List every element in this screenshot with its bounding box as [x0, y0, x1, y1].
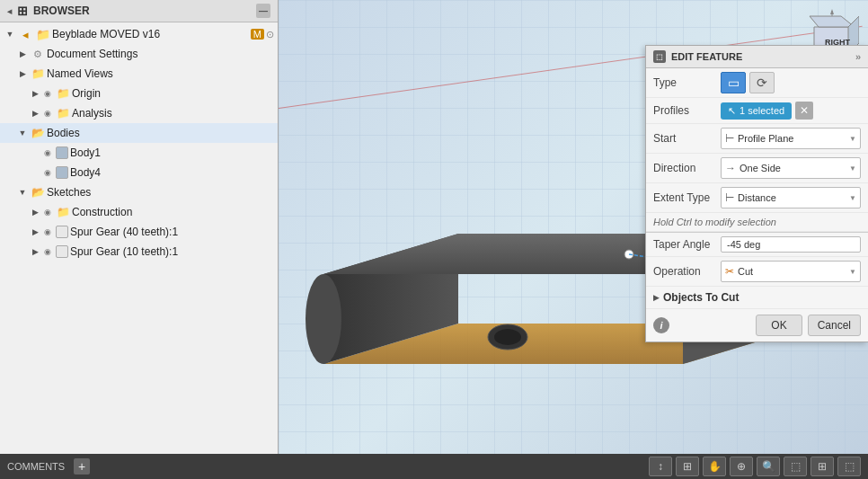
tree-item-origin[interactable]: 📁 Origin	[0, 84, 278, 103]
extent-type-row: Extent Type ⊢ Distance ▼	[646, 183, 868, 213]
tree-label-body4: Body4	[70, 166, 274, 179]
ok-button[interactable]: OK	[756, 315, 802, 336]
taper-angle-row: Taper Angle -45 deg	[646, 233, 868, 257]
tree-item-spur-gear-10[interactable]: Spur Gear (10 teeth):1	[0, 242, 278, 262]
browser-header: ◂ ⊞ BROWSER —	[0, 0, 278, 22]
pin-icon: ⊙	[266, 29, 274, 40]
toolbar-btn-zoom-region[interactable]: ⊕	[730, 457, 753, 476]
toolbar-right: ↕ ⊞ ✋ ⊕ 🔍 ⬚ ⊞ ⬚	[649, 457, 861, 476]
tree-label-root: Beyblade MOVED v16	[52, 28, 249, 40]
hint-text: Hold Ctrl to modify selection	[646, 213, 868, 232]
expand-panel-btn[interactable]: »	[855, 51, 861, 62]
tree-icon-doc-settings	[31, 47, 45, 61]
tree-item-bodies[interactable]: 📂 Bodies	[0, 123, 278, 143]
profiles-label: Profiles	[653, 104, 721, 117]
tree-item-analysis[interactable]: 📁 Analysis	[0, 103, 278, 123]
tree-arrow-root	[4, 28, 16, 40]
3d-viewport[interactable]: -5 mm RIGHT ⬚ EDIT FEATURE »	[279, 0, 868, 454]
toolbar-btn-display[interactable]: ⬚	[784, 457, 807, 476]
tree-item-body4[interactable]: Body4	[0, 163, 278, 182]
tree-item-doc-settings[interactable]: Document Settings	[0, 44, 278, 64]
tree-arrow-sketches	[16, 186, 29, 199]
start-label: Start	[653, 132, 721, 145]
edit-panel-icon: ⬚	[653, 50, 666, 63]
start-row: Start ⊢ Profile Plane ▼	[646, 124, 868, 154]
body-color-body1	[56, 146, 68, 159]
taper-angle-value[interactable]: -45 deg	[721, 236, 861, 253]
svg-marker-18	[830, 9, 834, 14]
toolbar-btn-zoom[interactable]: 🔍	[757, 457, 780, 476]
start-dd-text: Profile Plane	[738, 133, 846, 144]
operation-dd-arrow: ▼	[849, 268, 856, 276]
start-dd-arrow: ▼	[849, 135, 856, 143]
extent-dd-icon: ⊢	[725, 191, 734, 204]
svg-point-4	[306, 274, 341, 364]
extent-type-value: ⊢ Distance ▼	[721, 187, 861, 208]
browser-tree: ◂ 📁 Beyblade MOVED v16 M ⊙ Document Sett…	[0, 22, 278, 454]
start-value: ⊢ Profile Plane ▼	[721, 128, 861, 149]
tree-label-bodies: Bodies	[47, 127, 274, 139]
cloud-icon: M	[251, 29, 264, 40]
extent-type-label: Extent Type	[653, 191, 721, 204]
tree-label-analysis: Analysis	[72, 107, 274, 120]
eye-icon-analysis[interactable]	[41, 107, 54, 120]
start-dropdown[interactable]: ⊢ Profile Plane ▼	[721, 128, 861, 149]
tree-label-spur-gear-10: Spur Gear (10 teeth):1	[70, 245, 274, 258]
tree-arrow-origin	[29, 87, 41, 100]
panel-buttons: i OK Cancel	[646, 309, 868, 342]
body-color-spur-gear-40	[56, 226, 68, 238]
operation-dropdown[interactable]: ✂ Cut ▼	[721, 261, 861, 282]
type-value: ▭ ⟳	[721, 72, 861, 93]
comments-add-btn[interactable]: +	[74, 458, 90, 475]
tree-arrow-spur-gear-40	[29, 226, 41, 238]
toolbar-btn-grid[interactable]: ⊞	[810, 457, 834, 476]
tree-item-spur-gear-40[interactable]: Spur Gear (40 teeth):1	[0, 222, 278, 242]
objects-to-cut-label: Objects To Cut	[663, 291, 739, 304]
tree-item-construction[interactable]: 📁 Construction	[0, 202, 278, 222]
eye-icon-spur-gear-10[interactable]	[41, 245, 54, 258]
operation-dd-text: Cut	[738, 266, 846, 277]
browser-collapse-arrow[interactable]: ◂	[7, 6, 12, 16]
tree-arrow-analysis	[29, 107, 41, 120]
extent-type-dropdown[interactable]: ⊢ Distance ▼	[721, 187, 861, 208]
direction-row: Direction → One Side ▼	[646, 154, 868, 183]
type-btn-revolve[interactable]: ⟳	[749, 72, 775, 93]
bottom-bar: COMMENTS + ↕ ⊞ ✋ ⊕ 🔍 ⬚ ⊞ ⬚	[0, 454, 868, 479]
toolbar-btn-hand[interactable]: ✋	[703, 457, 726, 476]
profiles-row: Profiles ↖ 1 selected ✕	[646, 98, 868, 124]
tree-item-root[interactable]: ◂ 📁 Beyblade MOVED v16 M ⊙	[0, 24, 278, 44]
profiles-select-btn[interactable]: ↖ 1 selected	[721, 102, 792, 120]
eye-icon-construction[interactable]	[41, 206, 54, 218]
edit-feature-panel: ⬚ EDIT FEATURE » Type ▭ ⟳ Profiles	[645, 45, 868, 342]
toolbar-btn-view[interactable]: ⬚	[837, 457, 861, 476]
info-icon[interactable]: i	[653, 317, 669, 333]
tree-label-sketches: Sketches	[47, 186, 274, 199]
direction-dd-text: One Side	[740, 163, 846, 173]
direction-dd-icon: →	[725, 162, 736, 174]
start-dd-icon: ⊢	[725, 132, 734, 145]
tree-item-body1[interactable]: Body1	[0, 143, 278, 163]
tree-label-named-views: Named Views	[47, 67, 274, 80]
tree-icon-bodies: 📂	[31, 126, 45, 140]
extent-dd-arrow: ▼	[849, 194, 856, 202]
objects-to-cut-row[interactable]: ▶ Objects To Cut	[646, 287, 868, 309]
tree-item-named-views[interactable]: 📁 Named Views	[0, 64, 278, 84]
browser-minimize-btn[interactable]: —	[256, 4, 270, 18]
tree-item-sketches[interactable]: 📂 Sketches	[0, 182, 278, 202]
direction-dropdown[interactable]: → One Side ▼	[721, 157, 861, 179]
tree-label-spur-gear-40: Spur Gear (40 teeth):1	[70, 226, 274, 238]
type-btn-extrude[interactable]: ▭	[721, 72, 746, 93]
eye-icon-spur-gear-40[interactable]	[41, 226, 54, 238]
comments-section: COMMENTS +	[7, 458, 90, 475]
profiles-clear-btn[interactable]: ✕	[795, 102, 813, 120]
browser-title: BROWSER	[33, 4, 90, 17]
eye-icon-body4[interactable]	[41, 166, 54, 179]
toolbar-btn-pan[interactable]: ⊞	[676, 457, 699, 476]
toolbar-btn-orbit[interactable]: ↕	[649, 457, 672, 476]
body-color-body4	[56, 166, 68, 179]
eye-icon-body1[interactable]	[41, 146, 54, 159]
tree-icon-origin: 📁	[56, 86, 70, 101]
eye-icon-origin[interactable]	[41, 87, 54, 100]
cancel-button[interactable]: Cancel	[808, 315, 861, 336]
comments-label: COMMENTS	[7, 461, 65, 472]
